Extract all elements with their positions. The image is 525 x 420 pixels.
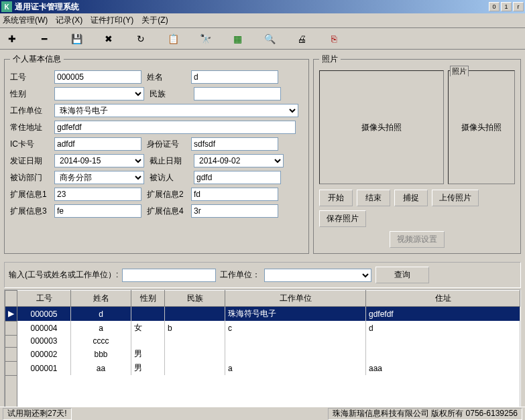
camera-preview: 摄像头拍照: [319, 70, 444, 184]
table-row[interactable]: 000004a女bcd: [5, 321, 520, 335]
unit-select[interactable]: 珠海符号电子: [54, 104, 298, 117]
copy-icon[interactable]: 📋: [166, 32, 180, 46]
photo-legend: 照片: [319, 54, 341, 65]
app-icon: K: [1, 1, 12, 12]
ethnic-input[interactable]: [194, 87, 281, 100]
personal-legend: 个人基本信息: [10, 54, 64, 65]
capture-button[interactable]: 捕捉: [394, 190, 428, 206]
save-icon[interactable]: 💾: [70, 32, 83, 46]
expire-date[interactable]: 2014-09-02: [194, 154, 284, 167]
exit-icon[interactable]: ⎘: [327, 32, 341, 46]
label-ext3: 扩展信息3: [10, 206, 49, 217]
ext2-input[interactable]: [191, 188, 278, 201]
menu-record[interactable]: 记录(X): [56, 15, 82, 26]
toolbar: ✚ ━ 💾 ✖ ↻ 📋 🔭 ▦ 🔍 🖨 ⎘: [0, 28, 525, 50]
ext4-input[interactable]: [191, 204, 278, 218]
grid-header: 工号 姓名 性别 民族 工作单位 住址: [5, 291, 520, 307]
idcard-input[interactable]: [191, 137, 278, 151]
label-dept: 被访部门: [10, 172, 49, 184]
window-title: 通用证卡管理系统: [15, 1, 489, 13]
label-expire: 截止日期: [150, 155, 188, 167]
addr-input[interactable]: [54, 121, 296, 134]
ext3-input[interactable]: [54, 204, 141, 218]
iccard-input[interactable]: [54, 137, 141, 151]
id-input[interactable]: [54, 70, 141, 84]
label-gender: 性别: [10, 88, 49, 100]
ext1-input[interactable]: [54, 188, 141, 201]
search-button[interactable]: 查询: [375, 267, 429, 283]
search-icon[interactable]: 🔍: [263, 32, 276, 46]
search-input[interactable]: [122, 269, 216, 282]
table-row[interactable]: 000001aa男aaaa: [5, 361, 520, 375]
label-iccard: IC卡号: [10, 139, 49, 150]
photo-fieldset: 照片 摄像头拍照 照片 摄像头拍照 开始 结束 捕捉 上传照片 保存照片 视频源…: [313, 54, 521, 254]
start-button[interactable]: 开始: [319, 190, 353, 206]
table-row[interactable]: 000003cccc: [5, 335, 520, 347]
status-left: 试用期还剩27天!: [3, 408, 72, 420]
menu-print[interactable]: 证件打印(Y): [91, 15, 133, 26]
photo-preview: 照片 摄像头拍照: [448, 70, 515, 184]
print-icon[interactable]: 🖨: [295, 32, 308, 46]
refresh-icon[interactable]: ↻: [134, 32, 148, 46]
label-ext4: 扩展信息4: [147, 206, 186, 217]
maximize-button[interactable]: 1: [501, 2, 512, 11]
upload-button[interactable]: 上传照片: [432, 190, 479, 206]
search-unit-label: 工作单位：: [220, 269, 260, 281]
label-issue: 发证日期: [10, 155, 49, 167]
label-addr: 常住地址: [10, 122, 49, 133]
status-bar: 试用期还剩27天! 珠海新瑞信息科技有限公司 版权所有 0756-6139256: [0, 407, 525, 420]
search-bar: 输入(工号或姓名或工作单位）: 工作单位： 查询: [4, 262, 521, 288]
minimize-button[interactable]: 0: [489, 2, 500, 11]
label-name: 姓名: [147, 72, 186, 83]
label-ext1: 扩展信息1: [10, 189, 49, 200]
table-row[interactable]: 000002bbb男: [5, 347, 520, 361]
close-button[interactable]: r: [513, 2, 524, 11]
video-source-button: 视频源设置: [390, 231, 445, 248]
search-unit-select[interactable]: [264, 269, 371, 282]
label-unit: 工作单位: [10, 105, 49, 117]
label-idcard: 身份证号: [147, 139, 186, 150]
visitor-input[interactable]: [194, 171, 281, 184]
search-label: 输入(工号或姓名或工作单位）:: [9, 269, 118, 281]
issue-date[interactable]: 2014-09-15: [54, 154, 144, 167]
status-right: 珠海新瑞信息科技有限公司 版权所有 0756-6139256: [328, 408, 522, 420]
gender-select[interactable]: [54, 87, 144, 100]
personal-info-fieldset: 个人基本信息 工号 姓名 性别 民族 工作单位 珠海符号电子 常住地址: [4, 54, 309, 254]
title-bar: K 通用证卡管理系统 0 1 r: [0, 0, 525, 13]
dept-select[interactable]: 商务分部: [54, 171, 144, 184]
label-ethnic: 民族: [150, 88, 188, 100]
menu-bar: 系统管理(W) 记录(X) 证件打印(Y) 关于(Z): [0, 13, 525, 28]
binoculars-icon[interactable]: 🔭: [198, 32, 212, 46]
cancel-icon[interactable]: ✖: [102, 32, 115, 46]
excel-icon[interactable]: ▦: [231, 32, 244, 46]
name-input[interactable]: [191, 70, 278, 84]
minus-icon[interactable]: ━: [38, 32, 51, 46]
table-row[interactable]: ▶000005d珠海符号电子gdfefdf: [5, 307, 520, 322]
add-icon[interactable]: ✚: [5, 32, 19, 46]
label-visitor: 被访人: [150, 172, 188, 184]
menu-about[interactable]: 关于(Z): [141, 15, 168, 26]
save-photo-button[interactable]: 保存照片: [319, 210, 366, 227]
menu-system[interactable]: 系统管理(W): [3, 15, 48, 26]
label-id: 工号: [10, 72, 49, 83]
label-ext2: 扩展信息2: [147, 189, 186, 200]
data-grid[interactable]: 工号 姓名 性别 民族 工作单位 住址 ▶000005d珠海符号电子gdfefd…: [4, 289, 521, 420]
end-button[interactable]: 结束: [357, 190, 390, 206]
